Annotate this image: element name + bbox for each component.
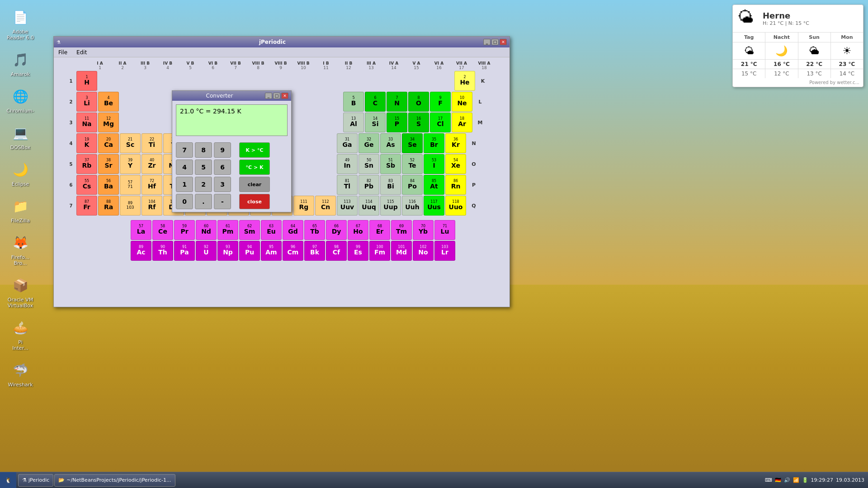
element-Ne[interactable]: 10Ne (452, 92, 472, 112)
element-Bi[interactable]: 83Bi (380, 175, 401, 195)
element-Cf[interactable]: 98Cf (326, 241, 347, 261)
element-F[interactable]: 9F (430, 92, 451, 112)
btn-5[interactable]: 5 (195, 160, 212, 175)
element-Te[interactable]: 52Te (402, 154, 423, 174)
element-Tm[interactable]: 69Tm (391, 220, 412, 240)
element-Na[interactable]: 11Na (76, 113, 97, 132)
element-Si[interactable]: 14Si (365, 113, 386, 132)
element-Bk[interactable]: 97Bk (304, 241, 325, 261)
element-Ac[interactable]: 89Ac (131, 241, 151, 261)
btn-k-to-c[interactable]: K > °C (239, 142, 270, 158)
element-Rb[interactable]: 37Rb (76, 154, 97, 174)
taskbar-jperiodic[interactable]: ⚗ jPeriodic (18, 474, 53, 487)
btn-c-to-k[interactable]: °C > K (239, 160, 270, 175)
element-Y[interactable]: 39Y (120, 154, 141, 174)
element-Sc[interactable]: 21Sc (120, 133, 141, 153)
element-Ar[interactable]: 18Ar (452, 113, 472, 132)
icon-adobe-reader[interactable]: 📄 AdobeReader 6.0 (5, 5, 36, 42)
icon-filezilla[interactable]: 📁 FileZilla (5, 193, 36, 225)
icon-dosbox[interactable]: 💻 DOSBox (5, 120, 36, 152)
element-Ba[interactable]: 56Ba (98, 175, 119, 195)
minimize-button[interactable]: _ (483, 39, 491, 45)
element-In[interactable]: 49In (337, 154, 358, 174)
icon-firefox[interactable]: 🦊 Firefo...Bro... (5, 230, 36, 268)
btn-6[interactable]: 6 (214, 160, 231, 175)
jperiodic-titlebar[interactable]: ⚗ jPeriodic _ □ ✕ (54, 37, 509, 47)
element-Cl[interactable]: 17Cl (430, 113, 451, 132)
converter-titlebar[interactable]: Converter _ □ ✕ (172, 91, 291, 101)
element-At[interactable]: 85At (424, 175, 444, 195)
element-Sb[interactable]: 51Sb (380, 154, 401, 174)
btn-close[interactable]: close (239, 194, 270, 209)
element-S[interactable]: 16S (408, 113, 429, 132)
element-Ra[interactable]: 88Ra (98, 196, 119, 216)
element-Np[interactable]: 93Np (217, 241, 238, 261)
element-57-71[interactable]: 5771 (120, 175, 141, 195)
btn-8[interactable]: 8 (195, 142, 212, 158)
element-Lr[interactable]: 103Lr (434, 241, 455, 261)
element-N[interactable]: 7N (387, 92, 407, 112)
icon-wireshark[interactable]: 🦈 Wireshark (5, 357, 36, 389)
element-Uup[interactable]: 115Uup (380, 196, 401, 216)
element-Pr[interactable]: 59Pr (174, 220, 195, 240)
element-Br[interactable]: 35Br (424, 133, 444, 153)
element-Pu[interactable]: 94Pu (239, 241, 260, 261)
btn-1[interactable]: 1 (176, 177, 193, 192)
element-Be[interactable]: 4Be (98, 92, 119, 112)
element-K[interactable]: 19K (76, 133, 97, 153)
element-Pb[interactable]: 82Pb (359, 175, 379, 195)
element-Uus[interactable]: 117Uus (424, 196, 444, 216)
element-Tb[interactable]: 65Tb (304, 220, 325, 240)
btn-7[interactable]: 7 (176, 142, 193, 158)
element-Dy[interactable]: 66Dy (326, 220, 347, 240)
element-U[interactable]: 92U (196, 241, 217, 261)
element-Am[interactable]: 95Am (261, 241, 282, 261)
element-Ga[interactable]: 31Ga (337, 133, 358, 153)
element-Rn[interactable]: 86Rn (445, 175, 466, 195)
element-Uut[interactable]: 113Uuv (337, 196, 358, 216)
element-Hf[interactable]: 72Hf (142, 175, 162, 195)
icon-eclipse[interactable]: 🌙 Eclipse (5, 157, 36, 189)
element-Sm[interactable]: 62Sm (239, 220, 260, 240)
element-Rg[interactable]: 111Rg (293, 196, 314, 216)
element-As[interactable]: 33As (380, 133, 401, 153)
element-Th[interactable]: 90Th (152, 241, 173, 261)
icon-oracle[interactable]: 📦 Oracle VMVirtualBox (5, 272, 36, 310)
element-Sr[interactable]: 38Sr (98, 154, 119, 174)
btn-2[interactable]: 2 (195, 177, 212, 192)
element-Cm[interactable]: 96Cm (283, 241, 303, 261)
start-button[interactable]: 🐧 (0, 472, 16, 488)
element-P[interactable]: 15P (387, 113, 407, 132)
btn-0[interactable]: 0 (176, 194, 193, 209)
icon-pi[interactable]: 🥧 PiInter... (5, 315, 36, 353)
element-Es[interactable]: 99Es (348, 241, 368, 261)
maximize-button[interactable]: □ (491, 39, 499, 45)
element-Fr[interactable]: 87Fr (76, 196, 97, 216)
element-Se[interactable]: 34Se (402, 133, 423, 153)
element-Ca[interactable]: 20Ca (98, 133, 119, 153)
element-Pa[interactable]: 91Pa (174, 241, 195, 261)
element-Sn[interactable]: 50Sn (359, 154, 379, 174)
icon-chromium[interactable]: 🌐 Chromium- (5, 84, 36, 116)
element-Uuq[interactable]: 114Uuq (359, 196, 379, 216)
btn-clear[interactable]: clear (239, 177, 270, 192)
element-I[interactable]: 53I (424, 154, 444, 174)
element-Yb[interactable]: 70Yb (413, 220, 434, 240)
conv-close-button[interactable]: ✕ (281, 93, 288, 99)
element-Cs[interactable]: 55Cs (76, 175, 97, 195)
element-Ce[interactable]: 58Ce (152, 220, 173, 240)
element-He[interactable]: 2He (454, 71, 475, 91)
element-Fm[interactable]: 100Fm (369, 241, 390, 261)
element-H[interactable]: 1H (76, 71, 97, 91)
conv-minimize-button[interactable]: _ (265, 93, 272, 99)
element-Pm[interactable]: 61Pm (217, 220, 238, 240)
btn-dot[interactable]: . (195, 194, 212, 209)
element-La[interactable]: 57La (131, 220, 151, 240)
element-Uuh[interactable]: 116Uuh (402, 196, 423, 216)
element-B[interactable]: 5B (343, 92, 364, 112)
element-Uuo[interactable]: 118Uuo (445, 196, 466, 216)
element-Tl[interactable]: 81Tl (337, 175, 358, 195)
element-Kr[interactable]: 36Kr (445, 133, 466, 153)
element-Mg[interactable]: 12Mg (98, 113, 119, 132)
close-button[interactable]: ✕ (500, 39, 507, 45)
